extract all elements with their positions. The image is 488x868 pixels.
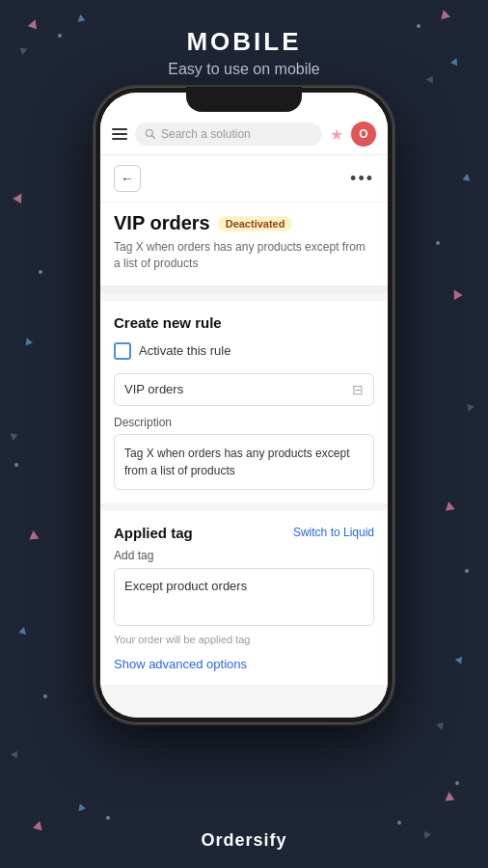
title-area: VIP orders Deactivated Tag X when orders…: [100, 203, 388, 293]
search-placeholder: Search a solution: [161, 127, 251, 141]
activate-rule-checkbox[interactable]: [114, 342, 131, 360]
svg-line-1: [152, 136, 155, 139]
activate-rule-label: Activate this rule: [139, 343, 230, 358]
show-advanced-options-link[interactable]: Show advanced options: [114, 657, 374, 671]
phone-frame: Search a solution ★ O ← ••• VIP orders D…: [95, 87, 393, 723]
switch-to-liquid-link[interactable]: Switch to Liquid: [293, 526, 374, 539]
back-arrow-icon: ←: [121, 171, 134, 186]
footer-brand: Ordersify: [0, 830, 488, 851]
create-rule-section: Create new rule Activate this rule VIP o…: [100, 301, 388, 503]
tag-input[interactable]: Except product orders: [114, 568, 374, 626]
applied-tag-title: Applied tag: [114, 525, 193, 541]
phone-screen: Search a solution ★ O ← ••• VIP orders D…: [100, 93, 388, 718]
hamburger-menu-button[interactable]: [112, 128, 127, 140]
favorites-star-icon[interactable]: ★: [330, 125, 343, 144]
search-bar[interactable]: Search a solution: [135, 122, 322, 146]
add-tag-label: Add tag: [114, 549, 374, 562]
page-description: Tag X when orders has any products excep…: [114, 239, 374, 272]
phone-notch: [186, 87, 302, 112]
rule-name-input[interactable]: VIP orders ⊟: [114, 373, 374, 406]
activate-rule-row: Activate this rule: [114, 342, 374, 360]
search-icon: [145, 128, 156, 140]
header-subtitle: Easy to use on mobile: [0, 61, 488, 78]
section-title: Create new rule: [114, 314, 374, 331]
back-header: ← •••: [100, 155, 388, 203]
page-title: VIP orders: [114, 212, 210, 234]
header-title: MOBILE: [0, 27, 488, 57]
applied-tag-section: Applied tag Switch to Liquid Add tag Exc…: [100, 511, 388, 685]
brand-name: Ordersify: [201, 830, 286, 850]
tag-note: Your order will be applied tag: [114, 634, 374, 645]
screen-content: ← ••• VIP orders Deactivated Tag X when …: [100, 155, 388, 718]
applied-tag-row: Applied tag Switch to Liquid: [114, 525, 374, 541]
description-input[interactable]: Tag X when orders has any products excep…: [114, 434, 374, 490]
status-badge: Deactivated: [218, 216, 293, 231]
rule-name-value: VIP orders: [124, 382, 183, 396]
back-button[interactable]: ←: [114, 165, 141, 192]
description-label: Description: [114, 416, 374, 429]
input-doc-icon: ⊟: [352, 382, 364, 397]
more-options-button[interactable]: •••: [350, 169, 374, 189]
avatar[interactable]: O: [351, 122, 376, 147]
